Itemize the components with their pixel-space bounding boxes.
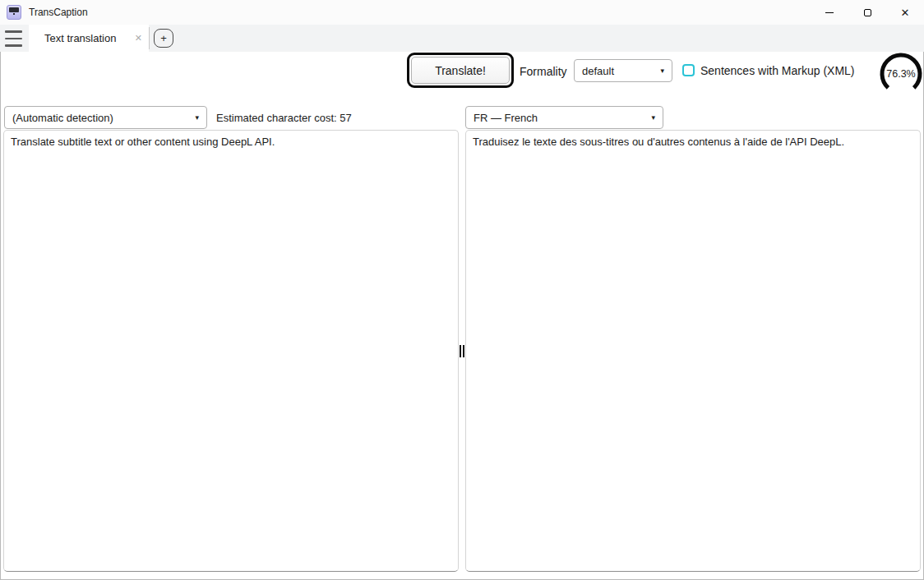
translate-button-focus-ring: Translate! bbox=[407, 53, 514, 88]
pane-splitter[interactable] bbox=[458, 130, 465, 572]
markup-xml-label[interactable]: Sentences with Markup (XML) bbox=[700, 64, 855, 77]
splitter-handle-icon bbox=[460, 345, 464, 357]
minimize-icon bbox=[825, 12, 834, 13]
tab-label: Text translation bbox=[44, 32, 116, 44]
chevron-down-icon: ▾ bbox=[651, 113, 655, 122]
markup-xml-checkbox[interactable] bbox=[682, 64, 695, 76]
tab-bar: Text translation ✕ + bbox=[0, 25, 924, 52]
chevron-down-icon: ▾ bbox=[195, 113, 199, 122]
tab-separator bbox=[149, 27, 150, 49]
tab-close-icon[interactable]: ✕ bbox=[135, 33, 142, 44]
formality-select[interactable]: default ▾ bbox=[574, 59, 672, 82]
source-text-area[interactable]: Translate subtitle text or other content… bbox=[3, 130, 459, 572]
maximize-icon bbox=[864, 9, 871, 16]
source-language-value: (Automatic detection) bbox=[12, 112, 113, 124]
hamburger-icon bbox=[5, 30, 22, 33]
usage-gauge: 76.3% bbox=[878, 51, 924, 99]
window-title: TransCaption bbox=[29, 7, 88, 18]
formality-value: default bbox=[582, 65, 614, 77]
menu-button[interactable] bbox=[5, 30, 25, 47]
target-language-value: FR — French bbox=[474, 112, 538, 124]
source-language-select[interactable]: (Automatic detection) ▾ bbox=[4, 106, 207, 129]
usage-gauge-value: 76.3% bbox=[878, 51, 924, 97]
new-tab-button[interactable]: + bbox=[154, 29, 173, 48]
tab-text-translation[interactable]: Text translation ✕ bbox=[29, 25, 149, 52]
character-cost-label: Estimated character cost: 57 bbox=[216, 112, 352, 124]
close-icon: ✕ bbox=[901, 7, 910, 19]
target-text-area[interactable]: Traduisez le texte des sous-titres ou d'… bbox=[465, 130, 921, 572]
chevron-down-icon: ▾ bbox=[660, 67, 664, 75]
window-controls: ✕ bbox=[811, 0, 924, 25]
plus-icon: + bbox=[160, 33, 167, 44]
translate-button[interactable]: Translate! bbox=[411, 57, 510, 84]
close-button[interactable]: ✕ bbox=[886, 0, 924, 25]
target-language-select[interactable]: FR — French ▾ bbox=[465, 106, 663, 129]
app-icon bbox=[7, 5, 21, 20]
maximize-button[interactable] bbox=[848, 0, 886, 25]
minimize-button[interactable] bbox=[811, 0, 848, 25]
formality-label: Formality bbox=[520, 65, 567, 78]
title-bar: TransCaption ✕ bbox=[0, 0, 924, 25]
